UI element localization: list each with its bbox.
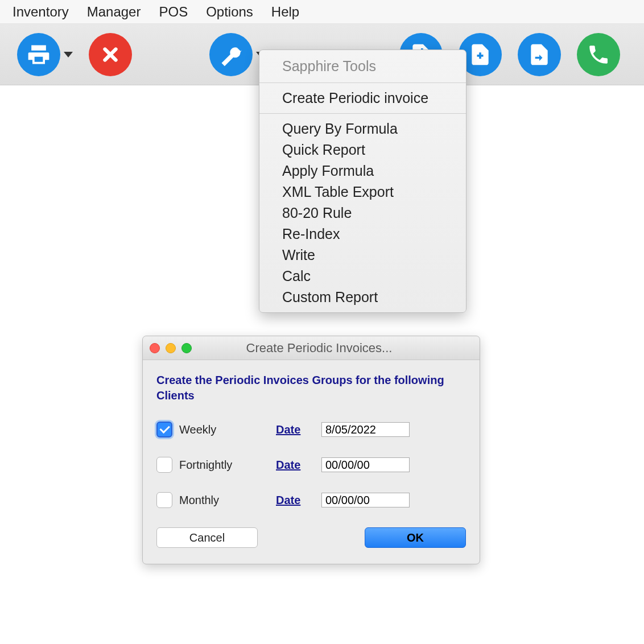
menu-item-calc[interactable]: Calc: [259, 266, 466, 287]
dropdown-section: Query By Formula Quick Report Apply Form…: [259, 114, 466, 312]
create-periodic-invoices-dialog: Create Periodic Invoices... Create the P…: [142, 336, 480, 564]
menu-item-80-20-rule[interactable]: 80-20 Rule: [259, 203, 466, 224]
close-button[interactable]: [89, 33, 132, 76]
menu-item-create-periodic-invoice[interactable]: Create Periodic invoice: [259, 83, 466, 113]
menu-item-xml-table-export[interactable]: XML Table Export: [259, 181, 466, 203]
menu-inventory[interactable]: Inventory: [3, 2, 78, 22]
fortnightly-label: Fortnightly: [179, 459, 276, 472]
monthly-date-label[interactable]: Date: [276, 494, 321, 507]
dropdown-header: Sapphire Tools: [259, 50, 466, 83]
menu-item-quick-report[interactable]: Quick Report: [259, 139, 466, 160]
menu-help[interactable]: Help: [262, 2, 308, 22]
weekly-label: Weekly: [179, 423, 276, 436]
weekly-checkbox[interactable]: [156, 422, 172, 437]
window-zoom-button[interactable]: [181, 343, 192, 353]
dialog-body: Create the Periodic Invoices Groups for …: [143, 360, 480, 564]
monthly-date-input[interactable]: [321, 493, 410, 507]
close-icon: [100, 44, 121, 65]
menu-options[interactable]: Options: [197, 2, 262, 22]
tools-button[interactable]: [209, 33, 253, 76]
doc-out-icon: [527, 42, 552, 67]
tools-dropdown: Sapphire Tools Create Periodic invoice Q…: [259, 49, 467, 313]
weekly-date-input[interactable]: [321, 422, 410, 437]
traffic-lights: [150, 343, 192, 353]
phone-icon: [587, 43, 610, 67]
option-fortnightly-row: Fortnightly Date: [156, 457, 466, 473]
cancel-button[interactable]: Cancel: [156, 527, 258, 548]
fortnightly-checkbox[interactable]: [156, 457, 172, 473]
dialog-title: Create Periodic Invoices...: [205, 341, 433, 356]
option-monthly-row: Monthly Date: [156, 492, 466, 508]
weekly-date-label[interactable]: Date: [276, 423, 321, 436]
print-icon: [26, 42, 51, 67]
menubar: Inventory Manager POS Options Help: [0, 0, 644, 24]
menu-manager[interactable]: Manager: [78, 2, 150, 22]
print-button[interactable]: [17, 33, 60, 76]
menu-item-re-index[interactable]: Re-Index: [259, 224, 466, 245]
menu-item-query-by-formula[interactable]: Query By Formula: [259, 114, 466, 139]
chevron-down-icon[interactable]: [64, 52, 73, 57]
menu-pos[interactable]: POS: [150, 2, 197, 22]
phone-button[interactable]: [577, 33, 620, 76]
dialog-buttons: Cancel OK: [156, 527, 466, 548]
menu-item-custom-report[interactable]: Custom Report: [259, 287, 466, 312]
option-weekly-row: Weekly Date: [156, 422, 466, 437]
dropdown-section: Create Periodic invoice: [259, 83, 466, 114]
fortnightly-date-input[interactable]: [321, 457, 410, 472]
print-button-group[interactable]: [17, 33, 73, 76]
window-close-button[interactable]: [150, 343, 160, 353]
ok-button[interactable]: OK: [365, 527, 466, 548]
dialog-heading: Create the Periodic Invoices Groups for …: [156, 373, 466, 403]
monthly-label: Monthly: [179, 494, 276, 507]
doc-add-icon: [468, 42, 493, 67]
menu-item-apply-formula[interactable]: Apply Formula: [259, 160, 466, 181]
window-minimize-button[interactable]: [166, 343, 176, 353]
monthly-checkbox[interactable]: [156, 492, 172, 508]
fortnightly-date-label[interactable]: Date: [276, 459, 321, 472]
doc-out-button[interactable]: [518, 33, 561, 76]
tools-button-group[interactable]: [209, 33, 265, 76]
wrench-icon: [218, 42, 243, 67]
menu-item-write[interactable]: Write: [259, 245, 466, 266]
dialog-titlebar[interactable]: Create Periodic Invoices...: [143, 336, 480, 360]
